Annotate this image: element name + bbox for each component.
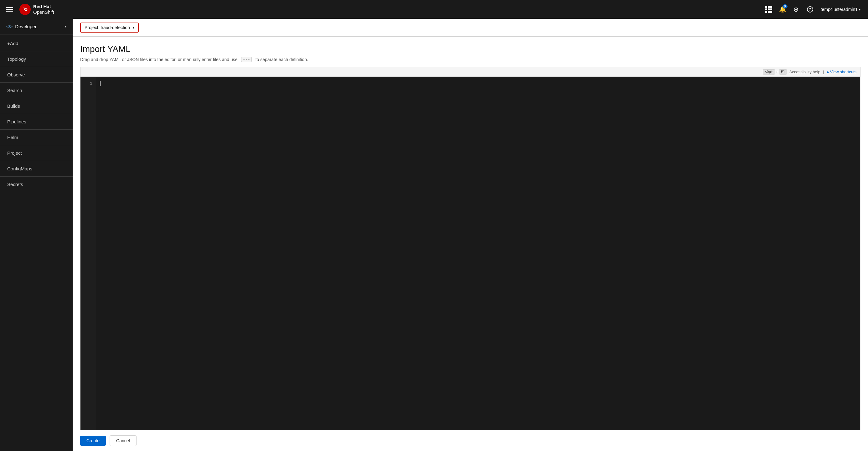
sidebar-item-topology[interactable]: Topology <box>0 53 73 65</box>
redhat-logo-icon <box>20 4 31 15</box>
sidebar-item-helm[interactable]: Helm <box>0 131 73 144</box>
sidebar-divider-8 <box>0 161 73 161</box>
user-menu-button[interactable]: tempclusteradmin1 ▾ <box>818 6 863 13</box>
editor-cursor <box>100 81 100 86</box>
brand-logo-area: Red Hat OpenShift <box>20 4 54 15</box>
sidebar-divider-2 <box>0 67 73 67</box>
project-selector-label: Project: fraud-detection <box>85 25 130 30</box>
nav-icons-group: 🔔 9 ⊕ ? tempclusteradmin1 ▾ <box>763 4 863 15</box>
project-selector-caret: ▾ <box>132 25 134 30</box>
project-bar: Project: fraud-detection ▾ <box>73 19 868 37</box>
sidebar-link-secrets[interactable]: Secrets <box>0 178 73 191</box>
editor-toolbar: ⌥Opt + F1 Accessibility help | ● View sh… <box>81 67 860 77</box>
sidebar-divider-9 <box>0 176 73 177</box>
accessibility-help-link[interactable]: Accessibility help <box>789 69 820 74</box>
sidebar-link-topology[interactable]: Topology <box>0 53 73 65</box>
sidebar-divider-6 <box>0 129 73 130</box>
sidebar-divider-1 <box>0 51 73 51</box>
description-after: to separate each definition. <box>255 57 308 62</box>
sidebar-divider-3 <box>0 82 73 83</box>
yaml-separator-badge: --- <box>241 57 251 62</box>
sidebar: </> Developer ▾ +Add Topology Observe Se… <box>0 19 73 451</box>
user-menu-caret: ▾ <box>859 8 861 11</box>
sidebar-item-secrets[interactable]: Secrets <box>0 178 73 191</box>
editor-shortcut-hint: ⌥Opt + F1 <box>763 69 787 74</box>
username-label: tempclusteradmin1 <box>821 7 858 12</box>
sidebar-divider-4 <box>0 98 73 98</box>
sidebar-item-builds[interactable]: Builds <box>0 99 73 113</box>
page-title: Import YAML <box>80 44 861 54</box>
perspective-switcher[interactable]: </> Developer ▾ <box>0 19 73 34</box>
sidebar-link-search[interactable]: Search <box>0 84 73 97</box>
help-button[interactable]: ? <box>804 4 816 15</box>
grid-icon <box>765 6 772 13</box>
main-layout: </> Developer ▾ +Add Topology Observe Se… <box>0 19 868 451</box>
sidebar-link-pipelines[interactable]: Pipelines <box>0 115 73 128</box>
top-nav: Red Hat OpenShift 🔔 9 ⊕ ? tempcl <box>0 0 868 19</box>
notification-count: 9 <box>782 4 787 8</box>
sidebar-link-project[interactable]: Project <box>0 147 73 159</box>
sidebar-link-configmaps[interactable]: ConfigMaps <box>0 162 73 175</box>
plus-circle-icon: ⊕ <box>794 6 799 13</box>
opt-key-badge: ⌥Opt <box>763 69 775 74</box>
sidebar-item-project[interactable]: Project <box>0 147 73 159</box>
yaml-editor-wrapper: ⌥Opt + F1 Accessibility help | ● View sh… <box>80 67 861 430</box>
view-shortcuts-label: View shortcuts <box>830 69 857 74</box>
editor-gutter: 1 <box>81 77 96 430</box>
sidebar-link-helm[interactable]: Helm <box>0 131 73 144</box>
question-icon: ? <box>807 6 813 12</box>
sidebar-divider-5 <box>0 114 73 114</box>
plus-separator: + <box>776 70 778 74</box>
page-description: Drag and drop YAML or JSON files into th… <box>80 57 861 62</box>
page-content: Import YAML Drag and drop YAML or JSON f… <box>73 37 868 451</box>
sidebar-nav-list: +Add Topology Observe Search Builds Pipe… <box>0 34 73 193</box>
code-editor[interactable]: 1 <box>81 77 860 430</box>
create-button[interactable]: Create <box>80 435 106 446</box>
action-buttons: Create Cancel <box>80 430 861 451</box>
sidebar-item-search[interactable]: Search <box>0 84 73 97</box>
perspective-label: Developer <box>15 24 62 29</box>
brand-name: Red Hat OpenShift <box>33 4 54 15</box>
hamburger-icon <box>5 6 14 13</box>
sidebar-item-configmaps[interactable]: ConfigMaps <box>0 162 73 175</box>
perspective-icon: </> <box>6 24 12 29</box>
sidebar-item-observe[interactable]: Observe <box>0 68 73 81</box>
editor-body[interactable] <box>96 77 860 430</box>
sidebar-link-observe[interactable]: Observe <box>0 68 73 81</box>
sidebar-item-add[interactable]: +Add <box>0 37 73 50</box>
notifications-button[interactable]: 🔔 9 <box>777 4 788 15</box>
line-number-1: 1 <box>90 81 92 86</box>
sidebar-divider-7 <box>0 145 73 145</box>
question-small-icon: ● <box>826 69 829 74</box>
add-icon-button[interactable]: ⊕ <box>790 4 802 15</box>
sidebar-link-builds[interactable]: Builds <box>0 99 73 113</box>
svg-point-0 <box>20 4 31 15</box>
content-area: Project: fraud-detection ▾ Import YAML D… <box>73 19 868 451</box>
cancel-button[interactable]: Cancel <box>110 435 136 446</box>
sidebar-item-pipelines[interactable]: Pipelines <box>0 115 73 128</box>
hamburger-menu[interactable] <box>5 4 14 15</box>
view-shortcuts-link[interactable]: ● View shortcuts <box>826 69 857 74</box>
f1-key-badge: F1 <box>779 69 787 74</box>
sidebar-link-add[interactable]: +Add <box>0 37 73 50</box>
toolbar-divider: | <box>823 69 824 74</box>
perspective-caret: ▾ <box>65 25 66 28</box>
description-before: Drag and drop YAML or JSON files into th… <box>80 57 237 62</box>
project-selector-button[interactable]: Project: fraud-detection ▾ <box>80 23 139 33</box>
apps-grid-button[interactable] <box>763 4 774 15</box>
